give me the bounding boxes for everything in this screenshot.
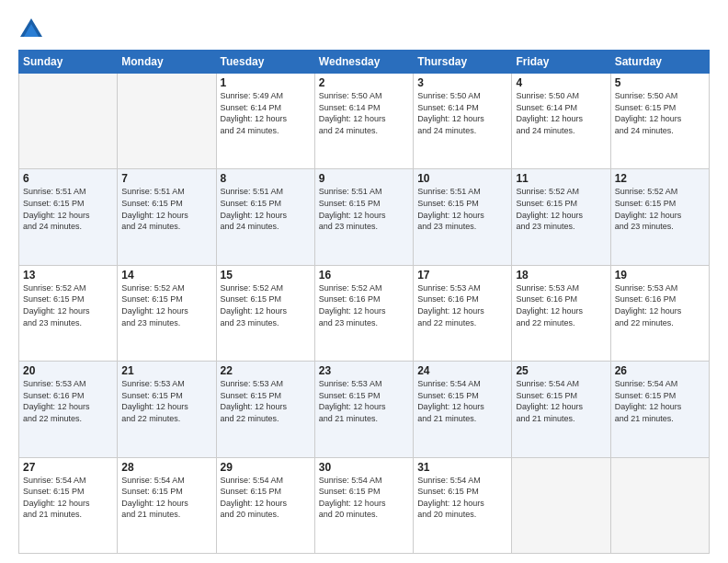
day-info: Sunrise: 5:50 AM Sunset: 6:14 PM Dayligh… (417, 90, 507, 136)
day-number: 6 (23, 172, 113, 185)
calendar-cell: 18Sunrise: 5:53 AM Sunset: 6:16 PM Dayli… (512, 265, 610, 361)
day-number: 28 (121, 461, 211, 474)
weekday-header: Friday (512, 51, 610, 74)
day-info: Sunrise: 5:51 AM Sunset: 6:15 PM Dayligh… (417, 186, 507, 232)
calendar-cell: 7Sunrise: 5:51 AM Sunset: 6:15 PM Daylig… (118, 169, 216, 265)
calendar-cell: 23Sunrise: 5:53 AM Sunset: 6:15 PM Dayli… (314, 362, 413, 457)
day-number: 8 (221, 172, 311, 185)
day-number: 16 (319, 269, 409, 282)
day-number: 4 (516, 76, 606, 89)
day-info: Sunrise: 5:52 AM Sunset: 6:15 PM Dayligh… (615, 186, 705, 232)
weekday-header: Tuesday (216, 51, 314, 74)
day-number: 27 (23, 461, 113, 474)
day-number: 15 (221, 269, 311, 282)
weekday-header: Saturday (610, 51, 709, 74)
calendar-cell: 10Sunrise: 5:51 AM Sunset: 6:15 PM Dayli… (414, 169, 512, 265)
calendar-cell: 20Sunrise: 5:53 AM Sunset: 6:16 PM Dayli… (19, 362, 118, 457)
day-number: 29 (221, 461, 311, 474)
day-number: 17 (417, 269, 507, 282)
day-info: Sunrise: 5:54 AM Sunset: 6:15 PM Dayligh… (319, 475, 409, 521)
day-info: Sunrise: 5:51 AM Sunset: 6:15 PM Dayligh… (319, 186, 409, 232)
day-number: 31 (417, 461, 507, 474)
calendar-cell: 4Sunrise: 5:50 AM Sunset: 6:14 PM Daylig… (512, 74, 610, 169)
day-info: Sunrise: 5:53 AM Sunset: 6:15 PM Dayligh… (121, 378, 211, 424)
day-number: 25 (516, 364, 606, 377)
weekday-header: Wednesday (314, 51, 413, 74)
calendar-week-row: 6Sunrise: 5:51 AM Sunset: 6:15 PM Daylig… (19, 169, 710, 265)
calendar-cell: 19Sunrise: 5:53 AM Sunset: 6:16 PM Dayli… (610, 265, 709, 361)
day-number: 24 (417, 364, 507, 377)
calendar-cell: 27Sunrise: 5:54 AM Sunset: 6:15 PM Dayli… (19, 457, 118, 553)
day-number: 2 (319, 76, 409, 89)
calendar-cell: 31Sunrise: 5:54 AM Sunset: 6:15 PM Dayli… (414, 457, 512, 553)
day-info: Sunrise: 5:54 AM Sunset: 6:15 PM Dayligh… (121, 475, 211, 521)
day-number: 12 (615, 172, 705, 185)
calendar-cell (19, 74, 118, 169)
day-info: Sunrise: 5:54 AM Sunset: 6:15 PM Dayligh… (221, 475, 311, 521)
day-number: 26 (615, 364, 705, 377)
day-number: 7 (121, 172, 211, 185)
day-info: Sunrise: 5:53 AM Sunset: 6:16 PM Dayligh… (516, 282, 606, 328)
calendar-cell: 15Sunrise: 5:52 AM Sunset: 6:15 PM Dayli… (216, 265, 314, 361)
day-number: 23 (319, 364, 409, 377)
weekday-header: Sunday (19, 51, 118, 74)
calendar-cell: 28Sunrise: 5:54 AM Sunset: 6:15 PM Dayli… (118, 457, 216, 553)
calendar-cell: 8Sunrise: 5:51 AM Sunset: 6:15 PM Daylig… (216, 169, 314, 265)
day-number: 10 (417, 172, 507, 185)
day-info: Sunrise: 5:50 AM Sunset: 6:15 PM Dayligh… (615, 90, 705, 136)
day-info: Sunrise: 5:53 AM Sunset: 6:16 PM Dayligh… (417, 282, 507, 328)
day-info: Sunrise: 5:54 AM Sunset: 6:15 PM Dayligh… (516, 378, 606, 424)
calendar-cell: 12Sunrise: 5:52 AM Sunset: 6:15 PM Dayli… (610, 169, 709, 265)
calendar-cell: 26Sunrise: 5:54 AM Sunset: 6:15 PM Dayli… (610, 362, 709, 457)
day-number: 11 (516, 172, 606, 185)
day-info: Sunrise: 5:52 AM Sunset: 6:15 PM Dayligh… (221, 282, 311, 328)
day-number: 22 (221, 364, 311, 377)
day-info: Sunrise: 5:51 AM Sunset: 6:15 PM Dayligh… (23, 186, 113, 232)
weekday-header: Monday (118, 51, 216, 74)
calendar-table: SundayMondayTuesdayWednesdayThursdayFrid… (18, 50, 710, 554)
day-info: Sunrise: 5:52 AM Sunset: 6:15 PM Dayligh… (23, 282, 113, 328)
day-number: 5 (615, 76, 705, 89)
day-number: 9 (319, 172, 409, 185)
calendar-header-row: SundayMondayTuesdayWednesdayThursdayFrid… (19, 51, 710, 74)
calendar-cell (118, 74, 216, 169)
calendar-week-row: 1Sunrise: 5:49 AM Sunset: 6:14 PM Daylig… (19, 74, 710, 169)
day-info: Sunrise: 5:51 AM Sunset: 6:15 PM Dayligh… (221, 186, 311, 232)
day-number: 14 (121, 269, 211, 282)
calendar-cell: 3Sunrise: 5:50 AM Sunset: 6:14 PM Daylig… (414, 74, 512, 169)
page: SundayMondayTuesdayWednesdayThursdayFrid… (0, 0, 728, 563)
calendar-cell: 22Sunrise: 5:53 AM Sunset: 6:15 PM Dayli… (216, 362, 314, 457)
calendar-cell: 5Sunrise: 5:50 AM Sunset: 6:15 PM Daylig… (610, 74, 709, 169)
day-number: 20 (23, 364, 113, 377)
day-info: Sunrise: 5:54 AM Sunset: 6:15 PM Dayligh… (23, 475, 113, 521)
logo-icon (18, 17, 44, 42)
day-number: 13 (23, 269, 113, 282)
calendar-cell: 9Sunrise: 5:51 AM Sunset: 6:15 PM Daylig… (314, 169, 413, 265)
day-info: Sunrise: 5:54 AM Sunset: 6:15 PM Dayligh… (417, 378, 507, 424)
calendar-cell: 13Sunrise: 5:52 AM Sunset: 6:15 PM Dayli… (19, 265, 118, 361)
day-number: 30 (319, 461, 409, 474)
day-info: Sunrise: 5:51 AM Sunset: 6:15 PM Dayligh… (121, 186, 211, 232)
day-info: Sunrise: 5:52 AM Sunset: 6:15 PM Dayligh… (121, 282, 211, 328)
calendar-cell: 11Sunrise: 5:52 AM Sunset: 6:15 PM Dayli… (512, 169, 610, 265)
calendar-cell (512, 457, 610, 553)
day-number: 19 (615, 269, 705, 282)
day-info: Sunrise: 5:52 AM Sunset: 6:15 PM Dayligh… (516, 186, 606, 232)
day-info: Sunrise: 5:52 AM Sunset: 6:16 PM Dayligh… (319, 282, 409, 328)
calendar-cell: 29Sunrise: 5:54 AM Sunset: 6:15 PM Dayli… (216, 457, 314, 553)
calendar-cell (610, 457, 709, 553)
weekday-header: Thursday (414, 51, 512, 74)
calendar-cell: 2Sunrise: 5:50 AM Sunset: 6:14 PM Daylig… (314, 74, 413, 169)
day-info: Sunrise: 5:53 AM Sunset: 6:15 PM Dayligh… (319, 378, 409, 424)
day-number: 1 (221, 76, 311, 89)
day-number: 18 (516, 269, 606, 282)
calendar-cell: 1Sunrise: 5:49 AM Sunset: 6:14 PM Daylig… (216, 74, 314, 169)
logo (18, 17, 48, 42)
calendar-cell: 14Sunrise: 5:52 AM Sunset: 6:15 PM Dayli… (118, 265, 216, 361)
calendar-cell: 21Sunrise: 5:53 AM Sunset: 6:15 PM Dayli… (118, 362, 216, 457)
day-info: Sunrise: 5:49 AM Sunset: 6:14 PM Dayligh… (221, 90, 311, 136)
calendar-cell: 6Sunrise: 5:51 AM Sunset: 6:15 PM Daylig… (19, 169, 118, 265)
day-info: Sunrise: 5:50 AM Sunset: 6:14 PM Dayligh… (516, 90, 606, 136)
day-number: 3 (417, 76, 507, 89)
header (18, 17, 710, 42)
